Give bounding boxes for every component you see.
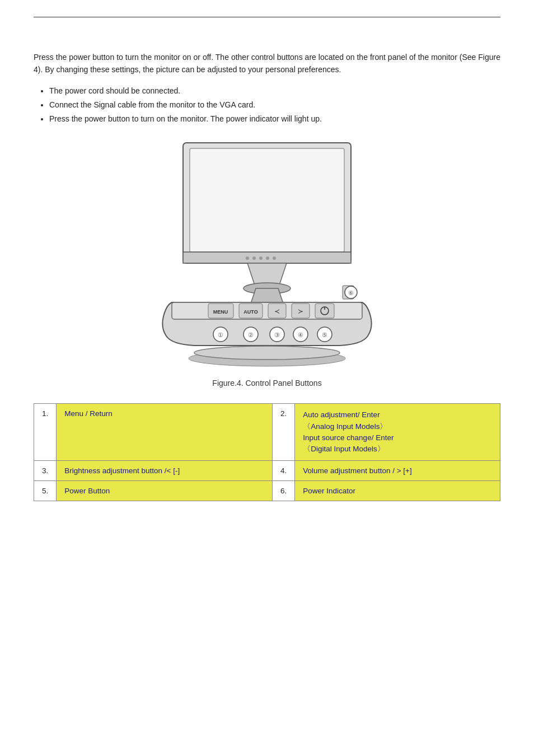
cell-label-1: Menu / Return	[57, 404, 273, 461]
cell-label-3: Brightness adjustment button /< [-]	[57, 461, 273, 481]
svg-text:⑤: ⑤	[322, 332, 327, 338]
label2-line4: 〈Digital Input Models〉	[303, 445, 385, 453]
svg-rect-1	[190, 148, 344, 252]
svg-text:③: ③	[274, 332, 280, 338]
cell-label-4: Volume adjustment button / > [+]	[295, 461, 500, 481]
cell-num-3: 3.	[34, 461, 57, 481]
table-row-2: 3. Brightness adjustment button /< [-] 4…	[34, 461, 500, 481]
label2-line1: Auto adjustment/ Enter	[303, 410, 380, 419]
svg-point-37	[194, 346, 340, 360]
cell-label-5: Power Button	[57, 481, 273, 501]
svg-text:≺: ≺	[274, 307, 280, 315]
cell-num-2: 2.	[273, 404, 295, 461]
svg-point-3	[246, 256, 249, 260]
svg-point-7	[273, 256, 276, 260]
cell-label-6: Power Indicator	[295, 481, 500, 501]
cell-num-4: 4.	[273, 461, 295, 481]
svg-text:≻: ≻	[298, 307, 303, 315]
bullet-item-1: The power cord should be connected.	[49, 84, 500, 98]
cell-num-5: 5.	[34, 481, 57, 501]
svg-rect-20	[315, 304, 334, 318]
figure-caption: Figure.4. Control Panel Buttons	[212, 379, 321, 388]
svg-text:MENU: MENU	[213, 309, 228, 315]
intro-paragraph: Press the power button to turn the monit…	[34, 51, 500, 76]
label2-line2: 〈Analog Input Models〉	[303, 422, 387, 431]
figure-container: MENU AUTO ≺ ≻ ①	[34, 137, 500, 398]
cell-num-6: 6.	[273, 481, 295, 501]
cell-label-2: Auto adjustment/ Enter 〈Analog Input Mod…	[295, 404, 500, 461]
table-row-1: 1. Menu / Return 2. Auto adjustment/ Ent…	[34, 404, 500, 461]
svg-point-5	[259, 256, 263, 260]
monitor-diagram: MENU AUTO ≺ ≻ ①	[149, 137, 385, 374]
table-row-3: 5. Power Button 6. Power Indicator	[34, 481, 500, 501]
svg-text:AUTO: AUTO	[243, 309, 257, 315]
page-container: Press the power button to turn the monit…	[0, 0, 534, 756]
label2-line3: Input source change/ Enter	[303, 433, 394, 442]
svg-text:④: ④	[298, 332, 303, 338]
svg-text:②: ②	[248, 332, 254, 338]
control-table: 1. Menu / Return 2. Auto adjustment/ Ent…	[34, 403, 500, 501]
svg-point-6	[266, 256, 269, 260]
bullet-list: The power cord should be connected. Conn…	[34, 84, 500, 127]
bullet-item-2: Connect the Signal cable from the monito…	[49, 98, 500, 112]
top-rule	[34, 17, 500, 17]
bullet-item-3: Press the power button to turn on the mo…	[49, 112, 500, 126]
cell-num-1: 1.	[34, 404, 57, 461]
svg-point-4	[252, 256, 256, 260]
svg-text:⑥: ⑥	[348, 290, 354, 296]
svg-text:①: ①	[218, 332, 223, 338]
